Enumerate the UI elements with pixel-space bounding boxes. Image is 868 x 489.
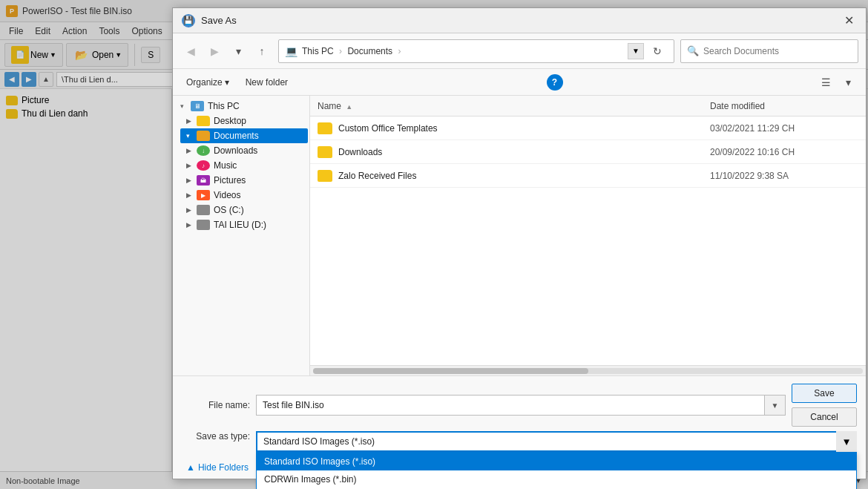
breadcrumb-thispc[interactable]: This PC	[302, 46, 334, 56]
filename-row: File name: ▼ Save Cancel	[182, 384, 857, 427]
tree-item-desktop[interactable]: ▶ Desktop	[180, 114, 308, 128]
savetype-option-0[interactable]: Standard ISO Images (*.iso)	[257, 453, 856, 470]
hscroll-thumb[interactable]	[313, 368, 588, 374]
new-folder-btn[interactable]: New folder	[240, 75, 294, 90]
dialog-back-btn[interactable]: ◀	[180, 41, 201, 62]
music-expand: ▶	[186, 162, 197, 169]
tree-item-pictures[interactable]: ▶ 🏔 Pictures	[180, 173, 308, 188]
dialog-overlay: 💾 Save As ✕ ◀ ▶ ▾ ↑ 💻 This PC › Document…	[0, 0, 868, 489]
col-name-label: Name	[318, 101, 341, 111]
downloads-expand: ▶	[186, 147, 197, 154]
file-name-2: Zalo Received Files	[338, 171, 710, 181]
savetype-display[interactable]: Standard ISO Images (*.iso) ▼	[256, 431, 857, 452]
dialog-up-btn[interactable]: ↑	[251, 41, 272, 62]
dialog-close-btn[interactable]: ✕	[832, 8, 866, 33]
dialog-dropdown-btn[interactable]: ▾	[228, 41, 249, 62]
videos-icon: ▶	[197, 190, 210, 200]
view-mode-btn[interactable]: ☰	[815, 72, 836, 93]
organize-btn[interactable]: Organize ▾	[180, 75, 235, 90]
music-icon: ♪	[197, 160, 210, 171]
tree-item-osc[interactable]: ▶ OS (C:)	[180, 203, 308, 217]
organize-arrow: ▾	[225, 77, 229, 88]
file-name-1: Downloads	[338, 147, 710, 157]
tree-label-pictures: Pictures	[214, 175, 246, 186]
file-folder-icon-2	[318, 170, 332, 182]
hscroll-track	[313, 368, 863, 374]
file-name-0: Custom Office Templates	[338, 123, 710, 134]
thispc-icon: 🖥	[191, 101, 204, 111]
cancel-button[interactable]: Cancel	[792, 407, 857, 427]
filename-label: File name:	[182, 400, 256, 410]
dialog-titlebar: 💾 Save As ✕	[173, 8, 866, 33]
tree-item-music[interactable]: ▶ ♪ Music	[180, 158, 308, 173]
save-cancel-btns: Save Cancel	[792, 384, 857, 427]
documents-icon	[197, 131, 210, 141]
search-input[interactable]	[703, 46, 852, 56]
dialog-bottom: File name: ▼ Save Cancel Save as type:	[173, 375, 866, 479]
hide-folders-btn[interactable]: ▲ Hide Folders	[182, 461, 253, 474]
tree-item-videos[interactable]: ▶ ▶ Videos	[180, 188, 308, 203]
help-btn[interactable]: ?	[547, 74, 563, 91]
breadcrumb-documents[interactable]: Documents	[347, 46, 392, 56]
address-bar[interactable]: 💻 This PC › Documents › ▼ ↻	[278, 39, 674, 63]
file-list-header: Name ▲ Date modified	[310, 96, 866, 116]
file-list-body: Custom Office Templates 03/02/2021 11:29…	[310, 116, 866, 365]
osc-icon	[197, 205, 210, 215]
address-dropdown-btn[interactable]: ▼	[628, 43, 644, 59]
refresh-btn[interactable]: ↻	[647, 41, 668, 62]
osc-expand: ▶	[186, 206, 197, 214]
hide-folders-arrow: ▲	[186, 462, 195, 473]
dialog-toolbar: Organize ▾ New folder ? ☰ ▾	[173, 69, 866, 96]
save-as-dialog: 💾 Save As ✕ ◀ ▶ ▾ ↑ 💻 This PC › Document…	[172, 7, 867, 479]
desktop-expand: ▶	[186, 117, 197, 125]
filename-input[interactable]	[256, 395, 765, 416]
filename-dropdown-btn[interactable]: ▼	[765, 395, 786, 416]
savetype-option-1[interactable]: CDRWin Images (*.bin)	[257, 470, 856, 488]
tree-item-downloads[interactable]: ▶ ↓ Downloads	[180, 143, 308, 158]
savetype-value: Standard ISO Images (*.iso)	[263, 436, 849, 447]
app-window: P PowerISO - Test file BIN.iso ─ □ ✕ Fil…	[0, 0, 868, 489]
file-row-0[interactable]: Custom Office Templates 03/02/2021 11:29…	[310, 116, 866, 140]
search-box: 🔍	[680, 39, 858, 63]
savetype-label: Save as type:	[182, 431, 256, 442]
view-dropdown-btn[interactable]: ▾	[838, 72, 858, 93]
sort-arrow: ▲	[346, 103, 352, 111]
hide-folders-label: Hide Folders	[198, 462, 249, 473]
tree-item-tailieu[interactable]: ▶ TAI LIEU (D:)	[180, 217, 308, 232]
dialog-forward-btn[interactable]: ▶	[204, 41, 225, 62]
file-row-1[interactable]: Downloads 20/09/2022 10:16 CH	[310, 140, 866, 164]
col-date-header[interactable]: Date modified	[710, 101, 858, 111]
filename-dropdown-arrow: ▼	[772, 401, 779, 410]
tree-item-thispc[interactable]: ▾ 🖥 This PC	[174, 99, 308, 114]
tree-label-desktop: Desktop	[214, 116, 246, 126]
thispc-expand: ▾	[180, 102, 191, 110]
file-row-2[interactable]: Zalo Received Files 11/10/2022 9:38 SA	[310, 164, 866, 188]
file-date-1: 20/09/2022 10:16 CH	[710, 147, 858, 157]
dialog-icon: 💾	[182, 14, 195, 27]
tree-label-videos: Videos	[214, 190, 240, 200]
tree-label-documents: Documents	[214, 131, 259, 141]
dialog-title: Save As	[201, 15, 832, 26]
dialog-body: ▾ 🖥 This PC ▶ Desktop ▾ Documents	[173, 96, 866, 375]
file-folder-icon-0	[318, 122, 332, 134]
tree-label-thispc: This PC	[208, 101, 240, 111]
hscroll-bar[interactable]	[310, 365, 866, 375]
file-date-0: 03/02/2021 11:29 CH	[710, 123, 858, 134]
tree-label-tailieu: TAI LIEU (D:)	[214, 220, 266, 230]
new-folder-label: New folder	[246, 77, 288, 88]
tree-item-documents[interactable]: ▾ Documents	[180, 128, 308, 143]
savetype-container: Standard ISO Images (*.iso) ▼ Standard I…	[256, 431, 857, 452]
documents-expand: ▾	[186, 132, 197, 140]
savetype-dropdown-btn[interactable]: ▼	[836, 431, 857, 452]
col-name-header[interactable]: Name ▲	[318, 101, 710, 111]
tree-label-music: Music	[214, 160, 237, 171]
dialog-tree-panel: ▾ 🖥 This PC ▶ Desktop ▾ Documents	[173, 96, 310, 375]
videos-expand: ▶	[186, 191, 197, 199]
savetype-dropdown-list: Standard ISO Images (*.iso) CDRWin Image…	[256, 452, 857, 489]
search-icon: 🔍	[687, 45, 699, 56]
col-date-label: Date modified	[710, 101, 765, 111]
save-button[interactable]: Save	[792, 384, 857, 403]
tree-label-downloads: Downloads	[214, 145, 257, 156]
savetype-row: Save as type: Standard ISO Images (*.iso…	[182, 431, 857, 452]
tailieu-icon	[197, 220, 210, 230]
